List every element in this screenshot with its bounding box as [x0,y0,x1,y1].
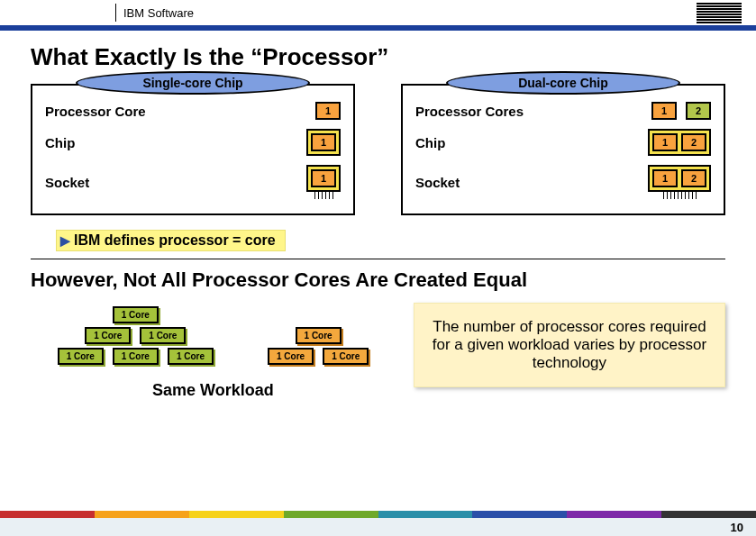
footer: 10 [0,511,756,536]
label-chip: Chip [415,135,445,150]
green-pyramid: 1 Core 1 Core1 Core 1 Core1 Core1 Core [58,306,214,368]
core-box: 1 Core [323,348,369,365]
socket-icon: 1 2 [648,165,711,199]
orange-pyramid: 1 Core 1 Core1 Core [268,327,369,368]
socket-core-1: 1 [652,169,678,187]
core-box: 1 Core [296,327,342,344]
slide-title: What Exactly Is the “Processor” [31,43,725,71]
core-box: 1 Core [58,348,104,365]
chip-core-1: 1 [652,133,678,151]
divider [31,259,725,259]
slide-content: What Exactly Is the “Processor” Single-c… [0,31,756,400]
dual-core-panel: Dual-core Chip Processor Cores 1 2 Chip … [401,84,725,215]
label-processor-core: Processor Core [45,104,146,119]
core-count: 1 [315,102,341,120]
chip-icon: 1 2 [648,129,711,156]
header-bar: IBM Software [0,0,756,25]
lower-section: 1 Core 1 Core1 Core 1 Core1 Core1 Core 1… [31,303,725,400]
brand-label: IBM Software [123,6,194,20]
chip-core-2: 2 [681,133,706,151]
definition-highlight: ▶ IBM defines processor = core [56,230,286,251]
same-workload-label: Same Workload [31,381,396,400]
label-chip: Chip [45,135,75,150]
core-1: 1 [651,102,677,120]
workload-diagram: 1 Core 1 Core1 Core 1 Core1 Core1 Core 1… [31,303,396,400]
socket-icon: 1 [306,165,341,199]
header-separator [115,4,116,22]
chip-core: 1 [311,133,336,151]
core-box: 1 Core [140,327,186,344]
core-box: 1 Core [113,306,159,323]
single-core-caption: Single-core Chip [76,71,310,95]
label-processor-cores: Processor Cores [415,104,524,119]
slide-subtitle: However, Not All Processor Cores Are Cre… [31,268,725,292]
label-socket: Socket [415,175,460,190]
dual-core-caption: Dual-core Chip [446,71,680,95]
definition-text: IBM defines processor = core [74,232,276,249]
arrow-icon: ▶ [60,233,70,248]
callout-box: The number of processor cores required f… [414,303,725,387]
chip-icon: 1 [306,129,341,156]
core-box: 1 Core [268,348,314,365]
label-socket: Socket [45,175,89,190]
core-2: 2 [686,102,711,120]
comparison-panels: Single-core Chip Processor Core 1 Chip 1… [31,84,725,215]
socket-core-2: 2 [681,169,706,187]
footer-stripe [0,511,756,518]
single-core-panel: Single-core Chip Processor Core 1 Chip 1… [31,84,355,215]
core-box: 1 Core [168,348,214,365]
page-number: 10 [731,521,743,534]
core-box: 1 Core [113,348,159,365]
socket-core: 1 [311,169,336,187]
core-box: 1 Core [85,327,131,344]
ibm-logo-icon [697,3,742,23]
